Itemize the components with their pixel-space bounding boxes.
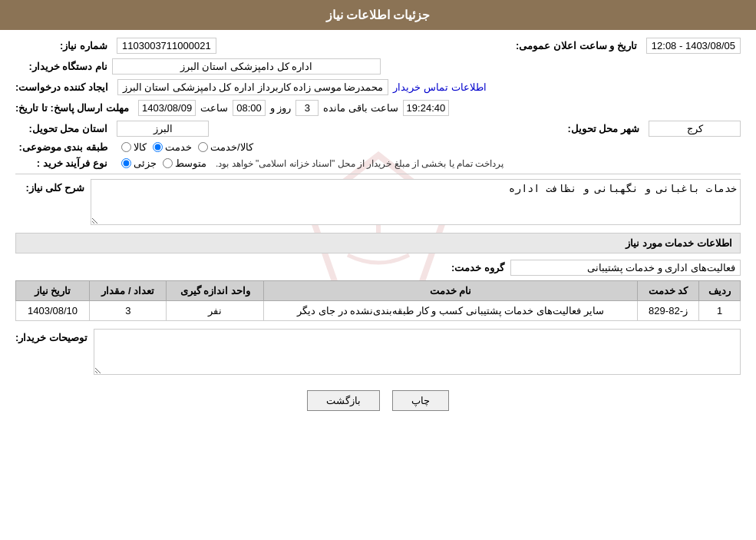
tabaqe-kala-khedmat-radio[interactable] bbox=[198, 142, 208, 152]
tarikh-elaan-value: 1403/08/05 - 12:08 bbox=[646, 38, 741, 54]
nam-dastgah-value: اداره کل دامپزشکی استان البرز bbox=[112, 58, 381, 75]
table-cell-0: 1 bbox=[699, 301, 741, 321]
col-radif: ردیف bbox=[699, 281, 741, 301]
ejad-konande-value: محمدرضا موسی زاده کاربرداز اداره کل دامپ… bbox=[117, 79, 389, 95]
service-section-title: اطلاعات خدمات مورد نیاز bbox=[15, 233, 741, 253]
mohlat-time-label: ساعت bbox=[200, 102, 228, 114]
tabaqe-kala-radio[interactable] bbox=[121, 142, 131, 152]
tabaqe-label: طبقه بندی موضوعی: bbox=[15, 141, 107, 153]
ostan-label: استان محل تحویل: bbox=[15, 123, 107, 134]
mohlat-roz-value: 3 bbox=[295, 100, 319, 116]
table-cell-4: 3 bbox=[90, 301, 167, 321]
chap-button[interactable]: چاپ bbox=[392, 390, 449, 411]
tabaqe-kala-label: کالا bbox=[134, 141, 147, 153]
tabaqe-kala[interactable]: کالا bbox=[121, 141, 147, 153]
tarikh-elaan-label: تاریخ و ساعت اعلان عمومی: bbox=[516, 40, 637, 51]
col-vahed: واحد اندازه گیری bbox=[167, 281, 264, 301]
noe-farayand-note: پرداخت تمام یا بخشی از مبلغ خریدار از مح… bbox=[216, 158, 503, 169]
tabaqe-khedmat-label: خدمت bbox=[165, 141, 192, 153]
mohlat-roz-label: روز و bbox=[270, 102, 292, 114]
tabaqe-khedmat-radio[interactable] bbox=[153, 142, 163, 152]
col-tedad: تعداد / مقدار bbox=[90, 281, 167, 301]
mohlat-saat-mande-value: 19:24:40 bbox=[403, 100, 450, 116]
noe-jazei-radio[interactable] bbox=[121, 158, 131, 168]
table-cell-1: ز-82-829 bbox=[637, 301, 698, 321]
sharh-koli-label: شرح کلی نیاز: bbox=[15, 182, 84, 194]
ejad-konande-link[interactable]: اطلاعات تماس خریدار bbox=[393, 81, 486, 93]
table-cell-2: سایر فعالیت‌های خدمات پشتیبانی کسب و کار… bbox=[264, 301, 638, 321]
grouh-label: گروه خدمت: bbox=[435, 262, 504, 273]
shahr-value: کرج bbox=[649, 121, 741, 137]
mohlat-time: 08:00 bbox=[233, 100, 266, 116]
mohlat-date: 1403/08/09 bbox=[138, 100, 196, 116]
noe-motevaset-radio[interactable] bbox=[163, 158, 173, 168]
col-nam: نام خدمت bbox=[264, 281, 638, 301]
table-cell-5: 1403/08/10 bbox=[16, 301, 90, 321]
service-table: ردیف کد خدمت نام خدمت واحد اندازه گیری ت… bbox=[15, 280, 741, 321]
ejad-konande-label: ایجاد کننده درخواست: bbox=[15, 81, 108, 93]
table-cell-3: نفر bbox=[167, 301, 264, 321]
shomara-niaz-value: 1103003711000021 bbox=[117, 38, 216, 54]
tabaqe-khedmat[interactable]: خدمت bbox=[153, 141, 192, 153]
tosih-textarea[interactable] bbox=[94, 329, 741, 375]
divider-1 bbox=[15, 174, 741, 174]
mohlat-label: مهلت ارسال پاسخ: تا تاریخ: bbox=[15, 102, 129, 114]
noe-jazei-label: جزئی bbox=[134, 157, 157, 169]
noe-jazei[interactable]: جزئی bbox=[121, 157, 157, 169]
tabaqe-kala-khedmat-label: کالا/خدمت bbox=[210, 141, 253, 153]
grouh-value: فعالیت‌های اداری و خدمات پشتیبانی bbox=[510, 260, 741, 276]
shahr-label: شهر محل تحویل: bbox=[547, 123, 639, 134]
bazgasht-button[interactable]: بازگشت bbox=[307, 390, 380, 411]
sharh-koli-textarea[interactable] bbox=[91, 179, 741, 225]
noe-motevaset-label: متوسط bbox=[175, 157, 206, 169]
tabaqe-kala-khedmat[interactable]: کالا/خدمت bbox=[198, 141, 253, 153]
noe-farayand-label: نوع فرآیند خرید : bbox=[15, 157, 107, 169]
col-kod: کد خدمت bbox=[637, 281, 698, 301]
shomara-niaz-label: شماره نیاز: bbox=[15, 40, 107, 51]
tosih-label: توصیحات خریدار: bbox=[15, 332, 87, 343]
mohlat-saat-mande-label: ساعت باقی مانده bbox=[323, 102, 398, 114]
ostan-value: البرز bbox=[117, 121, 209, 137]
col-tarikh: تاریخ نیاز bbox=[16, 281, 90, 301]
table-row: 1ز-82-829سایر فعالیت‌های خدمات پشتیبانی … bbox=[16, 301, 741, 321]
noe-motevaset[interactable]: متوسط bbox=[163, 157, 206, 169]
page-title: جزئیات اطلاعات نیاز bbox=[0, 0, 756, 30]
nam-dastgah-label: نام دستگاه خریدار: bbox=[15, 61, 107, 72]
